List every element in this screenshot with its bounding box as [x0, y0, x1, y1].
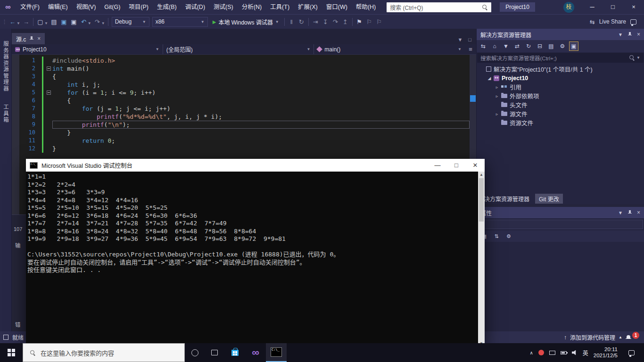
solution-explorer-search[interactable]: 搜索解决方案资源管理器(Ctrl+;) ▼ — [477, 53, 644, 63]
tree-item[interactable]: ▹外部依赖项 — [477, 91, 644, 100]
task-view-button[interactable] — [205, 343, 224, 362]
close-button[interactable]: × — [623, 0, 644, 14]
menu-item[interactable]: 生成(B) — [153, 0, 181, 14]
tree-item[interactable]: ◢Project10 — [477, 74, 644, 82]
navigate-back-icon[interactable]: ← — [8, 17, 17, 27]
filter-icon[interactable]: ▼ — [501, 41, 511, 51]
hidden-icons-chevron-icon[interactable]: ∧ — [529, 350, 533, 355]
preview-selected-items-icon[interactable]: ▣ — [569, 41, 578, 51]
code-line[interactable]: 1#include<stdio.h> — [19, 57, 470, 65]
console-scrollbar[interactable]: ▲ ▼ — [478, 172, 485, 346]
menu-item[interactable]: 视图(V) — [72, 0, 100, 14]
taskbar-search-box[interactable]: 在这里输入你要搜索的内容 — [23, 343, 185, 362]
chevron-down-icon[interactable]: ▼ — [618, 210, 623, 215]
notifications-bell-icon[interactable] — [626, 335, 631, 340]
code-line[interactable]: 12} — [19, 145, 470, 153]
menu-item[interactable]: 分析(N) — [238, 0, 266, 14]
code-line[interactable]: 5 for (i = 1; i <= 9; i++) — [19, 89, 470, 97]
code-line[interactable]: 3{ — [19, 73, 470, 81]
maximize-button[interactable]: □ — [603, 0, 623, 14]
menu-item[interactable]: 帮助(H) — [352, 0, 380, 14]
tree-item[interactable]: 解决方案“Project10”(1 个项目/共 1 个) — [477, 65, 644, 74]
chevron-down-icon[interactable]: ▼ — [17, 21, 20, 25]
action-center-button[interactable] — [623, 350, 640, 355]
chevron-down-icon[interactable]: ▼ — [101, 21, 105, 25]
collapse-icon[interactable] — [47, 90, 51, 95]
undo-icon[interactable]: ↶ — [79, 17, 89, 27]
menu-item[interactable]: 测试(S) — [209, 0, 238, 14]
live-share-icon[interactable]: ⇆ — [590, 18, 595, 25]
tree-item[interactable]: ▹引用 — [477, 82, 644, 91]
tab-solution-explorer[interactable]: 解决方案资源管理器 — [479, 195, 529, 203]
minimize-button[interactable]: ─ — [582, 0, 603, 14]
step-over-icon[interactable]: ↷ — [330, 17, 340, 27]
chevron-down-icon[interactable]: ▼ — [88, 21, 91, 25]
quick-search-box[interactable]: 搜索 (Ctrl+Q) — [387, 2, 491, 12]
collapse-all-icon[interactable]: ⊟ — [535, 41, 545, 51]
chevron-down-icon[interactable]: ▼ — [44, 21, 48, 25]
home-icon[interactable]: ⌂ — [490, 41, 499, 51]
step-out-icon[interactable]: ↥ — [340, 17, 350, 27]
tree-item[interactable]: 资源文件 — [477, 118, 644, 127]
project-dropdown[interactable]: Project10 ▼ — [12, 44, 163, 54]
next-bookmark-icon[interactable]: ⚐ — [374, 17, 384, 27]
properties-object-dropdown[interactable] — [478, 220, 643, 229]
pin-icon[interactable] — [627, 210, 632, 215]
pin-icon[interactable] — [627, 32, 632, 37]
pin-icon[interactable] — [29, 36, 34, 41]
navigation-options-icon[interactable]: ≡ — [465, 44, 476, 54]
menu-item[interactable]: 文件(F) — [16, 0, 44, 14]
start-debugging-button[interactable]: ▶ 本地 Windows 调试器 ▼ — [209, 16, 282, 27]
save-all-icon[interactable]: ▣ — [69, 17, 79, 27]
console-app-button[interactable] — [266, 343, 287, 362]
taskbar-clock[interactable]: 20:11 2021/12/5 — [594, 346, 618, 359]
solution-configurations-dropdown[interactable]: Debug ▼ — [112, 17, 149, 27]
code-line[interactable]: 11 return 0; — [19, 137, 470, 145]
tree-item[interactable]: ▹源文件 — [477, 109, 644, 118]
menu-item[interactable]: 窗口(W) — [322, 0, 352, 14]
property-pages-icon[interactable]: ⚙ — [504, 231, 513, 241]
sync-with-active-document-icon[interactable]: ⇄ — [512, 41, 522, 51]
scroll-up-icon[interactable]: ▲ — [479, 172, 483, 178]
code-line[interactable]: 2int main() — [19, 65, 470, 73]
live-share-label[interactable]: Live Share — [599, 18, 626, 25]
alphabetical-icon[interactable]: ⇅ — [492, 231, 501, 241]
notification-badge[interactable]: 1 — [632, 332, 639, 339]
expander-icon[interactable]: ▹ — [494, 94, 500, 99]
expander-icon[interactable]: ▹ — [494, 85, 500, 90]
scrollbar-thumb[interactable] — [479, 178, 484, 222]
breakpoints-icon[interactable]: ‖ — [287, 17, 297, 27]
show-next-statement-icon[interactable]: ⇥ — [311, 17, 321, 27]
ime-indicator[interactable]: 英 — [583, 349, 588, 357]
scope-dropdown[interactable]: (全局范围) ▼ — [163, 44, 314, 54]
tab-git-changes[interactable]: Git 更改 — [535, 194, 563, 204]
code-line[interactable]: 7 for (j = 1; j <= i; j++) — [19, 105, 470, 113]
bookmark-icon[interactable]: ⚑ — [355, 17, 364, 27]
close-icon[interactable]: × — [37, 35, 41, 42]
solution-platforms-dropdown[interactable]: x86 ▼ — [152, 17, 208, 27]
document-tab[interactable]: 源.c × — [12, 33, 45, 44]
hot-reload-icon[interactable]: ↻ — [297, 17, 306, 27]
toolbox-tab[interactable]: 工具箱 — [2, 104, 9, 123]
add-to-source-control-button[interactable]: 添加到源代码管理 — [570, 333, 615, 341]
tree-item[interactable]: 头文件 — [477, 100, 644, 109]
new-project-icon[interactable]: ▢ — [35, 17, 45, 27]
previous-bookmark-icon[interactable]: ⚐ — [364, 17, 374, 27]
console-output[interactable]: 1*1=11*2=2 2*2=41*3=3 2*3=6 3*3=91*4=4 2… — [26, 172, 478, 346]
background-tasks-icon[interactable] — [3, 335, 8, 340]
open-file-icon[interactable]: ▤ — [49, 17, 59, 27]
console-maximize-button[interactable]: □ — [447, 159, 466, 172]
navigate-forward-icon[interactable]: → — [21, 17, 31, 27]
code-line[interactable]: 10 } — [19, 129, 470, 137]
expander-icon[interactable]: ▹ — [494, 112, 500, 116]
menu-item[interactable]: 编辑(E) — [44, 0, 72, 14]
display-tray-icon[interactable] — [549, 351, 555, 355]
menu-item[interactable]: Git(G) — [100, 0, 124, 14]
start-button[interactable] — [0, 343, 23, 362]
debug-console-window[interactable]: Microsoft Visual Studio 调试控制台 — □ ✕ 1*1=… — [26, 159, 485, 346]
console-title-bar[interactable]: Microsoft Visual Studio 调试控制台 — □ ✕ — [26, 159, 485, 172]
fold-margin[interactable] — [45, 65, 52, 73]
console-minimize-button[interactable]: — — [428, 159, 447, 172]
cortana-button[interactable] — [185, 343, 205, 362]
tray-app-icon[interactable] — [538, 350, 544, 355]
